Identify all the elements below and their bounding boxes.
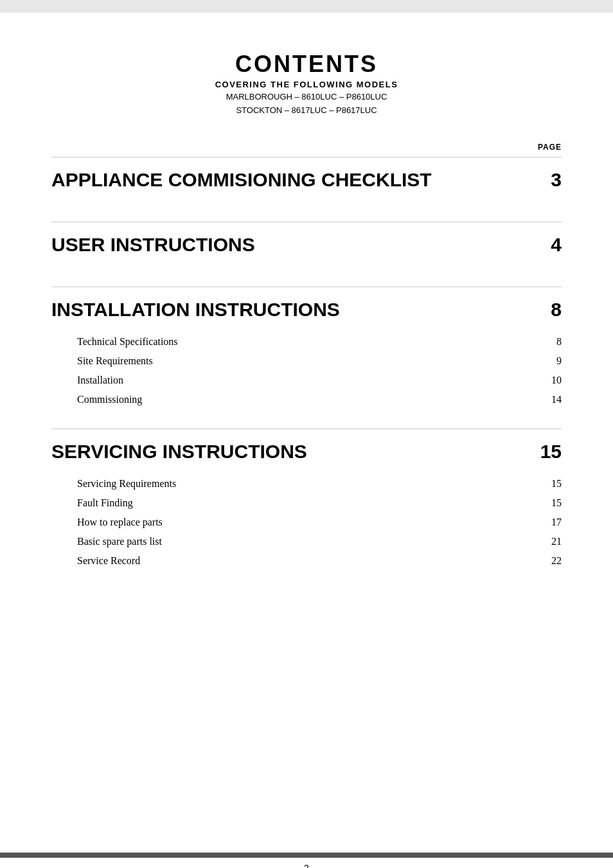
service-record-page: 22: [542, 555, 562, 567]
site-requirements-label: Site Requirements: [77, 355, 153, 367]
covering-models-subtitle: COVERING THE FOLLOWING MODELS: [51, 80, 562, 89]
contents-title: CONTENTS: [51, 51, 562, 77]
section-title-appliance: APPLIANCE COMMISIONING CHECKLIST 3: [51, 157, 562, 202]
sub-site-requirements: Site Requirements 9: [51, 351, 562, 371]
sub-installation: Installation 10: [51, 371, 562, 390]
how-to-replace-parts-label: How to replace parts: [77, 517, 163, 528]
page-footer: 2: [0, 853, 613, 868]
user-instructions-page: 4: [551, 234, 562, 256]
page-column-row: PAGE: [51, 143, 562, 152]
fault-finding-label: Fault Finding: [77, 497, 133, 509]
servicing-requirements-label: Servicing Requirements: [77, 478, 176, 490]
installation-page: 10: [542, 375, 562, 386]
contents-header: CONTENTS COVERING THE FOLLOWING MODELS M…: [51, 51, 562, 117]
section-servicing-instructions: SERVICING INSTRUCTIONS 15 Servicing Requ…: [51, 429, 562, 571]
installation-instructions-page: 8: [551, 299, 562, 321]
models-line1: MARLBOROUGH – 8610LUC – P8610LUC: [51, 91, 562, 103]
commissioning-page: 14: [542, 394, 562, 405]
installation-instructions-label: INSTALLATION INSTRUCTIONS: [51, 299, 340, 321]
sub-technical-specs: Technical Specifications 8: [51, 332, 562, 351]
sub-how-to-replace-parts: How to replace parts 17: [51, 513, 562, 532]
sub-fault-finding: Fault Finding 15: [51, 493, 562, 513]
appliance-commissioning-label: APPLIANCE COMMISIONING CHECKLIST: [51, 169, 432, 191]
page: CONTENTS COVERING THE FOLLOWING MODELS M…: [0, 13, 613, 868]
commissioning-label: Commissioning: [77, 394, 142, 405]
sub-basic-spare-parts: Basic spare parts list 21: [51, 532, 562, 551]
toc-content: APPLIANCE COMMISIONING CHECKLIST 3 USER …: [51, 157, 562, 590]
section-user-instructions: USER INSTRUCTIONS 4: [51, 222, 562, 267]
sub-service-record: Service Record 22: [51, 551, 562, 571]
user-instructions-label: USER INSTRUCTIONS: [51, 234, 255, 256]
basic-spare-parts-page: 21: [542, 536, 562, 547]
how-to-replace-parts-page: 17: [542, 517, 562, 528]
basic-spare-parts-label: Basic spare parts list: [77, 536, 162, 547]
site-requirements-page: 9: [542, 355, 562, 367]
servicing-requirements-page: 15: [542, 478, 562, 490]
servicing-instructions-page: 15: [540, 441, 562, 463]
models-line2: STOCKTON – 8617LUC – P8617LUC: [51, 104, 562, 117]
footer-page-number: 2: [304, 863, 309, 868]
technical-specs-label: Technical Specifications: [77, 336, 178, 348]
section-appliance-commissioning: APPLIANCE COMMISIONING CHECKLIST 3: [51, 157, 562, 202]
section-title-servicing: SERVICING INSTRUCTIONS 15: [51, 429, 562, 474]
installation-label: Installation: [77, 375, 123, 386]
section-title-installation: INSTALLATION INSTRUCTIONS 8: [51, 287, 562, 332]
page-column-label: PAGE: [538, 143, 562, 152]
servicing-instructions-label: SERVICING INSTRUCTIONS: [51, 441, 307, 463]
section-installation-instructions: INSTALLATION INSTRUCTIONS 8 Technical Sp…: [51, 287, 562, 409]
footer-bar: [0, 853, 613, 858]
fault-finding-page: 15: [542, 497, 562, 509]
sub-commissioning: Commissioning 14: [51, 390, 562, 409]
sub-servicing-requirements: Servicing Requirements 15: [51, 474, 562, 493]
appliance-commissioning-page: 3: [551, 169, 562, 191]
service-record-label: Service Record: [77, 555, 140, 567]
technical-specs-page: 8: [542, 336, 562, 348]
section-title-user: USER INSTRUCTIONS 4: [51, 222, 562, 267]
